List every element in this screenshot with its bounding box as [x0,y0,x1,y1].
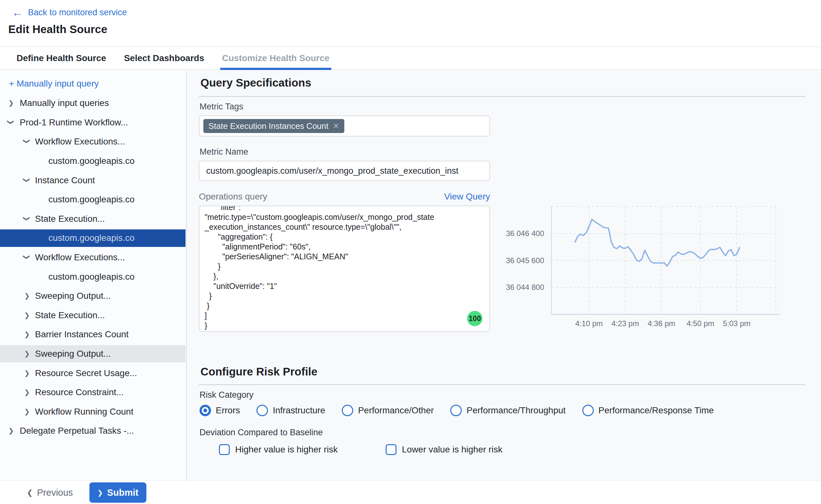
chevron-right-icon[interactable]: ❯ [8,100,14,106]
view-query-link[interactable]: View Query [444,192,490,202]
metric-tags-input[interactable]: State Execution Instances Count ✕ [199,115,490,137]
radio-unselected-icon[interactable] [342,405,353,416]
section-divider [199,96,805,97]
tree-item-label: Prod-1 Runtime Workflow... [20,117,128,128]
radio-unselected-icon[interactable] [582,405,594,416]
risk-category-option[interactable]: Performance/Throughput [450,405,565,416]
section-divider [199,384,805,385]
checkbox-unchecked-icon[interactable] [386,444,396,455]
deviation-label: Deviation Compared to Baseline [200,428,323,437]
x-axis-tick-label: 4:36 pm [639,319,684,328]
radio-inner-ring [202,407,209,414]
previous-button[interactable]: ❮ Previous [27,487,73,498]
chevron-right-icon[interactable]: ❯ [24,292,30,299]
tab-select-dashboards[interactable]: Select Dashboards [123,47,205,69]
chevron-right-icon[interactable]: ❯ [24,389,30,395]
add-manual-query-button[interactable]: + Manually input query [9,79,99,89]
tree-item[interactable]: ❯Workflow Executions... [0,248,186,267]
tree-item-label: Instance Count [35,175,95,185]
tree-item[interactable]: ❯Barrier Instances Count [0,325,186,344]
tree-item-label: Barrier Instances Count [35,329,129,339]
tree-item-label: State Execution... [35,310,105,320]
chevron-down-icon[interactable]: ❯ [24,216,30,221]
submit-button[interactable]: ❯ Submit [89,482,146,503]
chevron-right-icon[interactable]: ❯ [24,369,30,376]
chevron-down-icon[interactable]: ❯ [24,254,30,260]
chevron-right-icon[interactable]: ❯ [24,408,30,415]
tree-item-label: custom.googleapis.co [48,156,135,166]
main-panel: Query Specifications Metric Tags State E… [187,71,821,480]
metrics-sidebar: + Manually input query ❯Manually input q… [0,71,187,480]
wizard-tabbar: Define Health Source Select Dashboards C… [0,47,821,70]
tree-item[interactable]: ❯State Execution... [0,209,186,229]
risk-category-option[interactable]: Infrastructure [256,405,325,416]
tree-item[interactable]: custom.googleapis.co [0,151,186,171]
deviation-option-label: Higher value is higher risk [235,445,338,455]
radio-core-dot [203,409,207,412]
radio-unselected-icon[interactable] [450,405,462,416]
deviation-option[interactable]: Lower value is higher risk [386,444,502,455]
chevron-right-icon[interactable]: ❯ [24,331,30,338]
tab-define-health-source[interactable]: Define Health Source [16,47,107,69]
risk-category-option[interactable]: Errors [200,405,240,416]
tree-item[interactable]: ❯Instance Count [0,171,186,190]
back-link-label: Back to monitored service [28,8,127,17]
back-arrow-icon: ← [12,7,23,18]
page-title: Edit Health Source [8,23,107,36]
chevron-right-icon[interactable]: ❯ [24,350,30,357]
tree-item[interactable]: ❯Manually input queries [0,94,186,113]
metric-name-input[interactable]: custom.googleapis.com/user/x_mongo_prod_… [199,161,490,181]
risk-category-option[interactable]: Performance/Other [342,405,434,416]
y-axis-tick-label: 36 045 600 [503,256,544,265]
tree-item[interactable]: ❯Workflow Running Count [0,402,186,422]
radio-selected-icon[interactable] [200,405,211,416]
chevron-down-icon[interactable]: ❯ [24,139,30,144]
deviation-option[interactable]: Higher value is higher risk [219,444,338,455]
edit-health-source-page: ← Back to monitored service Edit Health … [0,0,821,504]
risk-category-radio-group: ErrorsInfrastructurePerformance/OtherPer… [200,403,714,417]
tab-customize-health-source[interactable]: Customize Health Source [221,47,330,69]
metric-series-line [575,219,740,266]
tree-item-label: Manually input queries [20,98,109,108]
chevron-down-icon[interactable]: ❯ [8,119,14,125]
tree-item[interactable]: custom.googleapis.co [0,267,186,286]
records-count-badge: 100 [467,311,482,326]
tree-item[interactable]: custom.googleapis.co [0,190,186,209]
chevron-right-icon[interactable]: ❯ [8,427,14,434]
risk-category-option-label: Infrastructure [273,405,325,416]
radio-unselected-icon[interactable] [256,405,268,416]
tree-item[interactable]: ❯Sweeping Output... [0,286,186,306]
tree-item-label: State Execution... [35,214,105,224]
tree-item[interactable]: ❯Prod-1 Runtime Workflow... [0,113,186,132]
tree-item-label: Resource Secret Usage... [35,368,137,378]
tree-item[interactable]: ❯State Execution... [0,306,186,325]
metric-preview-chart: 36 046 40036 045 60036 044 8004:10 pm4:2… [503,200,815,340]
metric-name-label: Metric Name [200,147,248,157]
metric-tag-chip-label: State Execution Instances Count [208,121,328,131]
risk-category-option-label: Performance/Throughput [467,405,565,416]
tree-item[interactable]: ❯Delegate Perpetual Tasks -... [0,421,186,441]
tree-item[interactable]: custom.googleapis.co [0,228,186,248]
tree-item[interactable]: ❯Resource Secret Usage... [0,363,186,383]
content-area: + Manually input query ❯Manually input q… [0,71,821,480]
chevron-down-icon[interactable]: ❯ [24,177,30,183]
checkbox-unchecked-icon[interactable] [219,444,230,455]
risk-category-label: Risk Category [200,390,254,400]
metric-tag-chip[interactable]: State Execution Instances Count ✕ [203,119,344,133]
deviation-option-label: Lower value is higher risk [402,445,502,455]
tree-item-label: Workflow Executions... [35,252,125,263]
chevron-right-icon[interactable]: ❯ [24,311,30,318]
risk-category-option-label: Performance/Other [358,405,434,416]
tree-item[interactable]: ❯Sweeping Output... [0,344,186,364]
operations-query-textarea[interactable]: "filter": "metric.type=\"custom.googleap… [199,206,490,332]
tree-item-label: Resource Constraint... [35,387,124,397]
tree-item-label: Delegate Perpetual Tasks -... [20,426,134,436]
remove-tag-icon[interactable]: ✕ [333,122,339,130]
tree-item-label: custom.googleapis.co [48,233,135,243]
deviation-checkbox-group: Higher value is higher riskLower value i… [200,444,645,458]
tree-item[interactable]: ❯Resource Constraint... [0,383,186,402]
risk-category-option[interactable]: Performance/Response Time [582,405,714,416]
back-to-monitored-service-link[interactable]: ← Back to monitored service [12,7,127,18]
tree-item-label: custom.googleapis.co [48,272,135,282]
tree-item[interactable]: ❯Workflow Executions... [0,132,186,151]
